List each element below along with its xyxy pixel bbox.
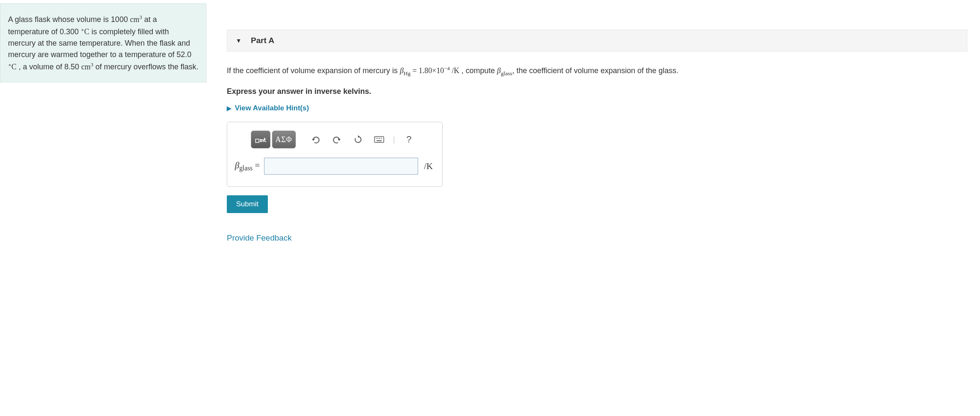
svg-rect-4 bbox=[377, 138, 378, 139]
submit-button[interactable]: Submit bbox=[227, 195, 268, 213]
provide-feedback-link[interactable]: Provide Feedback bbox=[227, 233, 292, 243]
view-hints-link[interactable]: ▶View Available Hint(s) bbox=[227, 104, 309, 112]
deg-c: ∘C bbox=[81, 27, 89, 36]
answer-panel: ▼ Part A If the coefficient of volume ex… bbox=[206, 0, 980, 243]
part-title: Part A bbox=[251, 36, 274, 45]
answer-unit-label: /K bbox=[418, 161, 436, 172]
reset-button[interactable] bbox=[348, 131, 368, 148]
expand-arrow-icon: ▶ bbox=[227, 105, 231, 112]
templates-button[interactable]: x√□ bbox=[251, 131, 270, 148]
collapse-arrow-icon: ▼ bbox=[236, 37, 242, 44]
svg-rect-2 bbox=[374, 137, 384, 142]
deg-c: ∘C bbox=[8, 63, 17, 71]
svg-rect-5 bbox=[379, 138, 380, 139]
svg-text:x√□: x√□ bbox=[260, 137, 266, 142]
per-k: /K bbox=[450, 66, 460, 75]
text: , the coefficient of volume expansion of… bbox=[512, 66, 678, 75]
text: , compute bbox=[459, 66, 497, 75]
problem-text: A glass flask whose volume is 1000 cm3 a… bbox=[8, 13, 198, 73]
equation-toolbar: x√□ ΑΣΦ | bbox=[227, 131, 442, 148]
answer-instruction: Express your answer in inverse kelvins. bbox=[227, 87, 967, 96]
svg-rect-3 bbox=[376, 138, 377, 139]
hints-label: View Available Hint(s) bbox=[235, 104, 309, 112]
exponent: −4 bbox=[444, 65, 450, 71]
redo-button[interactable] bbox=[327, 131, 347, 148]
text: A glass flask whose volume is 1000 bbox=[8, 15, 130, 24]
answer-input[interactable] bbox=[264, 158, 418, 175]
beta-glass-symbol: βglass bbox=[497, 66, 512, 75]
undo-button[interactable] bbox=[306, 131, 325, 148]
beta-hg-symbol: βHg bbox=[400, 66, 410, 75]
text: , a volume of 8.50 bbox=[17, 63, 81, 71]
part-header[interactable]: ▼ Part A bbox=[227, 30, 967, 52]
text: If the coefficient of volume expansion o… bbox=[227, 66, 400, 75]
keyboard-button[interactable] bbox=[369, 131, 389, 148]
unit-cm3: cm3 bbox=[81, 63, 93, 71]
greek-letters-button[interactable]: ΑΣΦ bbox=[272, 131, 296, 148]
svg-rect-0 bbox=[256, 139, 259, 142]
unit-cm3: cm3 bbox=[130, 15, 142, 24]
answer-row: βglass = /K bbox=[227, 158, 442, 175]
help-button[interactable]: ? bbox=[399, 131, 418, 148]
svg-rect-7 bbox=[377, 140, 382, 141]
answer-variable-label: βglass = bbox=[233, 160, 264, 172]
text: of mercury overflows the flask. bbox=[94, 63, 198, 71]
text: = 1.80×10 bbox=[410, 66, 444, 75]
answer-box: x√□ ΑΣΦ | bbox=[227, 122, 443, 187]
separator: | bbox=[393, 135, 395, 144]
svg-rect-6 bbox=[381, 138, 382, 139]
question-text: If the coefficient of volume expansion o… bbox=[227, 64, 967, 78]
problem-statement-panel: A glass flask whose volume is 1000 cm3 a… bbox=[0, 3, 206, 82]
